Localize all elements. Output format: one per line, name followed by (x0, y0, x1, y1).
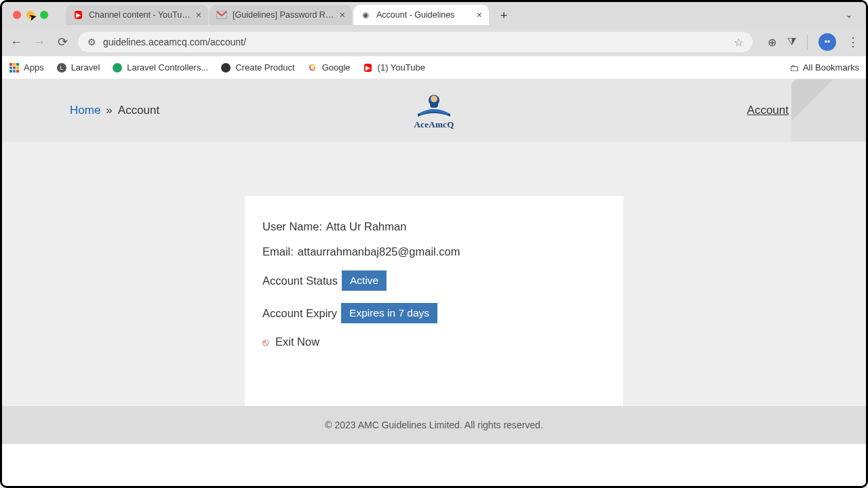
bookmarks-bar: Apps L Laravel Laravel Controllers... Cr… (2, 56, 866, 79)
tab-label: Channel content - YouTube St (89, 10, 191, 20)
account-menu-label: Account (747, 104, 789, 117)
site-icon (220, 62, 231, 73)
page-body: User Name: Atta Ur Rahman Email: attaurr… (2, 142, 866, 406)
bookmark-apps[interactable]: Apps (9, 62, 44, 73)
bookmark-label: Apps (24, 62, 44, 73)
bookmark-label: Laravel (71, 62, 100, 73)
menu-icon[interactable]: ⋮ (847, 35, 859, 49)
brand-name: AceAmcQ (414, 119, 454, 130)
email-value: attaurrahmanbaj825@gmail.com (298, 245, 460, 258)
bookmark-label: Laravel Controllers... (127, 62, 208, 73)
laravel-icon: L (56, 62, 67, 73)
browser-tab[interactable]: [Guidelines] Password Reset × (210, 5, 352, 25)
bookmark-item[interactable]: L Laravel (56, 62, 100, 73)
breadcrumb: Home » Account (70, 104, 159, 117)
footer-text: © 2023 AMC Guidelines Limited. All right… (325, 420, 543, 430)
email-label: Email: (262, 245, 294, 258)
folder-icon: 🗀 (789, 62, 799, 73)
globe-icon: ◉ (360, 9, 371, 20)
forward-button[interactable]: → (32, 35, 47, 49)
translate-icon[interactable]: ⊕ (768, 36, 776, 49)
username-row: User Name: Atta Ur Rahman (262, 220, 606, 233)
logo-icon (414, 91, 454, 119)
extensions-icon[interactable]: ⧩ (787, 36, 796, 48)
browser-tab-active[interactable]: ◉ Account - Guidelines × (353, 5, 489, 25)
close-tab-icon[interactable]: × (196, 9, 201, 20)
gmail-icon (216, 9, 227, 20)
breadcrumb-separator: » (106, 104, 112, 117)
username-label: User Name: (262, 220, 322, 233)
apps-icon (9, 62, 20, 73)
google-icon: G (307, 62, 318, 73)
close-tab-icon[interactable]: × (477, 9, 482, 20)
browser-toolbar: ← → ⟳ ⚙ guidelines.aceamcq.com/account/ … (2, 28, 866, 56)
tab-label: Account - Guidelines (376, 10, 471, 20)
svg-rect-3 (430, 102, 438, 108)
page-footer: © 2023 AMC Guidelines Limited. All right… (2, 406, 866, 444)
page-header: Home » Account AceAmcQ Account ▾ (2, 79, 866, 142)
bookmark-label: (1) YouTube (378, 62, 425, 73)
blank-area (2, 444, 866, 485)
youtube-icon: ▶ (363, 62, 374, 73)
exit-label: Exit Now (275, 336, 319, 348)
site-info-icon[interactable]: ⚙ (87, 37, 96, 47)
bookmark-item[interactable]: Laravel Controllers... (112, 62, 208, 73)
browser-tab[interactable]: ▶ Channel content - YouTube St × (66, 5, 208, 25)
profile-avatar[interactable]: •• (818, 33, 836, 51)
address-bar[interactable]: ⚙ guidelines.aceamcq.com/account/ ☆ (78, 32, 753, 52)
expiry-badge: Expires in 7 days (341, 303, 437, 323)
account-menu[interactable]: Account ▾ (747, 104, 798, 117)
window-titlebar: ➤ ▶ Channel content - YouTube St × [Guid… (2, 2, 866, 28)
status-label: Account Status (262, 274, 338, 287)
username-value: Atta Ur Rahman (326, 220, 406, 233)
toolbar-right: ⊕ ⧩ •• ⋮ (768, 33, 859, 51)
bookmark-label: Create Product (235, 62, 294, 73)
expiry-label: Account Expiry (262, 307, 337, 320)
bookmark-item[interactable]: ▶ (1) YouTube (363, 62, 425, 73)
tab-overflow-icon[interactable]: ⌄ (846, 10, 852, 20)
site-icon (112, 62, 123, 73)
browser-tabs: ▶ Channel content - YouTube St × [Guidel… (66, 5, 513, 25)
bookmark-label: Google (322, 62, 351, 73)
youtube-icon: ▶ (73, 9, 83, 20)
bookmark-item[interactable]: G Google (307, 62, 351, 73)
svg-point-2 (431, 96, 437, 102)
reload-button[interactable]: ⟳ (55, 35, 70, 49)
header-decoration (791, 79, 866, 142)
close-window-icon[interactable] (13, 11, 21, 19)
site-logo[interactable]: AceAmcQ (414, 91, 454, 130)
sign-out-icon: ⎋ (262, 336, 269, 348)
separator (807, 35, 808, 49)
bookmark-item[interactable]: Create Product (220, 62, 294, 73)
all-bookmarks-label: All Bookmarks (803, 62, 859, 73)
email-row: Email: attaurrahmanbaj825@gmail.com (262, 245, 606, 258)
maximize-window-icon[interactable] (40, 11, 48, 19)
tab-label: [Guidelines] Password Reset (233, 10, 334, 20)
back-button[interactable]: ← (9, 35, 24, 49)
status-badge: Active (342, 270, 387, 291)
expiry-row: Account Expiry Expires in 7 days (262, 303, 606, 323)
url-text: guidelines.aceamcq.com/account/ (103, 37, 727, 47)
all-bookmarks-button[interactable]: 🗀 All Bookmarks (789, 62, 859, 73)
account-card: User Name: Atta Ur Rahman Email: attaurr… (245, 196, 623, 406)
breadcrumb-home-link[interactable]: Home (70, 104, 100, 117)
status-row: Account Status Active (262, 270, 606, 291)
new-tab-button[interactable]: + (494, 6, 513, 25)
breadcrumb-current: Account (118, 104, 159, 117)
close-tab-icon[interactable]: × (340, 9, 345, 20)
exit-link[interactable]: ⎋ Exit Now (262, 336, 606, 348)
bookmark-star-icon[interactable]: ☆ (734, 36, 743, 49)
